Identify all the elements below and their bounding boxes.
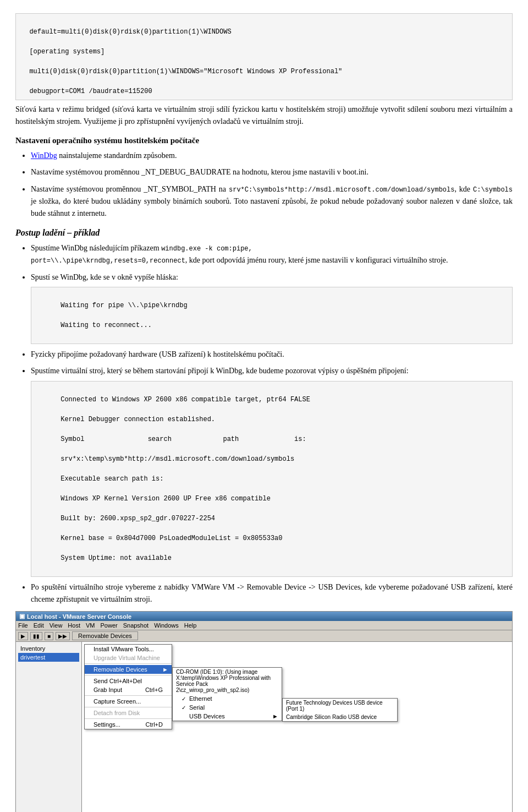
toolbar-btn-4[interactable]: ▶▶ — [56, 632, 70, 640]
vm-menu-install-tools[interactable]: Install VMware Tools... — [85, 645, 172, 653]
postup-bullet-1-pre: Spustíme WinDbg následujícím příkazem — [31, 244, 161, 252]
menu-edit[interactable]: Edit — [34, 622, 44, 629]
submenu-usb[interactable]: USB Devices ► — [173, 712, 282, 721]
toolbar-btn-2[interactable]: ▮▮ — [30, 632, 42, 640]
postup-bullet-2: Spustí se WinDbg, kde se v okně vypíše h… — [31, 271, 513, 344]
postup-bullet-2-text: Spustí se WinDbg, kde se v okně vypíše h… — [31, 273, 178, 281]
vm-menu-send-ctrl[interactable]: Send Ctrl+Alt+Del — [85, 677, 172, 685]
connected-line-7: Kernel base = 0x804d7000 PsLoadedModuleL… — [61, 535, 282, 542]
boot-ini-code-block: default=multi(0)disk(0)rdisk(0)partition… — [15, 13, 513, 100]
connected-line-0: Connected to Windows XP 2600 x86 compati… — [61, 396, 310, 404]
waiting-line-1: Waiting for pipe \\.\pipe\krndbg — [61, 302, 187, 309]
connected-code-block: Connected to Windows XP 2600 x86 compati… — [31, 381, 513, 577]
code-line-3: multi(0)disk(0)rdisk(0)partition(1)\WIND… — [29, 68, 342, 75]
host-bullet-3-pre: Nastavíme systémovou proměnnou _NT_SYMBO… — [31, 185, 229, 193]
vm-menu-upgrade: Upgrade Virtual Machine — [85, 653, 172, 662]
connected-line-1: Kernel Debugger connection established. — [61, 416, 215, 423]
host-bullet-1: WinDbg nainstalujeme standardním způsobe… — [31, 150, 513, 162]
waiting-code-block: Waiting for pipe \\.\pipe\krndbg Waiting… — [31, 287, 513, 344]
postup-bullet-3: Fyzicky připojíme požadovaný hardware (U… — [31, 348, 513, 361]
vmware-title-icon: ▣ — [19, 613, 25, 620]
bridged-description: Síťová karta v režimu bridged (síťová ka… — [15, 103, 513, 128]
toolbar-btn-3[interactable]: ■ — [45, 632, 53, 640]
vm-menu-settings[interactable]: Settings... Ctrl+D — [85, 720, 172, 729]
vmware-sidebar: Inventory drivertest — [16, 642, 82, 812]
submenu-ethernet[interactable]: ✓Ethernet — [173, 694, 282, 703]
nt-symbol-path-code: srv*C:\symbols*http://msdl.microsoft.com… — [229, 186, 454, 194]
vmware-title-text: Local host - VMware Server Console — [27, 613, 131, 620]
connected-line-8: System Uptime: not available — [61, 554, 172, 562]
vm-menu-capture[interactable]: Capture Screen... — [85, 697, 172, 706]
vm-menu-sep-1 — [85, 663, 172, 664]
vm-menu-grab[interactable]: Grab Input Ctrl+G — [85, 685, 172, 694]
usb-arrow: ► — [272, 713, 278, 720]
vm-menu-sep-4 — [85, 707, 172, 707]
host-bullet-3: Nastavíme systémovou proměnnou _NT_SYMBO… — [31, 183, 513, 220]
vmware-menu-overlay: Install VMware Tools... Upgrade Virtual … — [82, 642, 512, 812]
vmware-body: Inventory drivertest Install VMware Tool… — [16, 642, 512, 812]
connected-line-2: Symbol search path is: — [61, 435, 306, 443]
vm-menu-sep-2 — [85, 675, 172, 675]
postup-section-heading: Postup ladění – příklad — [15, 228, 513, 238]
connected-line-5: Windows XP Kernel Version 2600 UP Free x… — [61, 495, 271, 503]
removable-devices-btn[interactable]: Removable Devices — [72, 631, 138, 640]
vm-menu-sep-5 — [85, 718, 172, 719]
vmware-toolbar: ▶ ▮▮ ■ ▶▶ Removable Devices — [16, 630, 512, 642]
host-bullet-3-post: je složka, do které budou ukládány symbo… — [31, 197, 513, 217]
host-bullet-1-text: nainstalujeme standardním způsobem. — [59, 151, 177, 160]
removable-arrow: ► — [162, 666, 168, 673]
ethernet-check: ✓ — [182, 696, 189, 702]
connected-line-3: srv*x:\temp\symb*http://msdl.microsoft.c… — [61, 455, 294, 463]
sidebar-inventory[interactable]: Inventory — [18, 644, 79, 653]
windbg-cmd-code: windbg.exe -k com:pipe, — [161, 245, 252, 253]
postup-bullet-1-post: , kde port odpovídá jménu roury, které j… — [185, 256, 448, 264]
windbg-link[interactable]: WinDbg — [31, 151, 57, 160]
menu-view[interactable]: View — [50, 622, 63, 629]
vm-dropdown-menu: Install VMware Tools... Upgrade Virtual … — [84, 644, 172, 729]
submenu-cdrom[interactable]: CD-ROM (IDE 1:0): (Using image X:\temp\W… — [173, 668, 282, 694]
vmware-menubar: File Edit View Host VM Power Snapshot Wi… — [16, 621, 512, 630]
code-line-2: [operating systems] — [29, 48, 105, 56]
menu-help[interactable]: Help — [184, 622, 197, 629]
toolbar-btn-1[interactable]: ▶ — [18, 632, 28, 640]
waiting-line-2: Waiting to reconnect... — [61, 321, 152, 329]
connected-line-6: Built by: 2600.xpsp_sp2_gdr.070227-2254 — [61, 515, 215, 522]
menu-file[interactable]: File — [18, 622, 28, 629]
menu-power[interactable]: Power — [100, 622, 117, 629]
host-section-heading: Nastavení operačního systému hostitelské… — [15, 136, 513, 145]
menu-snapshot[interactable]: Snapshot — [123, 622, 148, 629]
usb-item-future[interactable]: Future Technology Devices USB device (Po… — [283, 699, 397, 713]
host-bullet-2: Nastavíme systémovou proměnnou _NT_DEBUG… — [31, 166, 513, 178]
host-setup-list: WinDbg nainstalujeme standardním způsobe… — [31, 150, 513, 220]
connected-line-4: Executable search path is: — [61, 475, 163, 483]
menu-host[interactable]: Host — [68, 622, 80, 629]
code-line-4: debugport=COM1 /baudrate=115200 — [29, 88, 152, 95]
postup-list: Spustíme WinDbg následujícím příkazem wi… — [31, 242, 513, 606]
vm-menu-sep-3 — [85, 695, 172, 696]
symbols-folder-code: C:\symbols — [473, 186, 513, 194]
sidebar-drivertest[interactable]: drivertest — [18, 653, 79, 662]
postup-bullet-1: Spustíme WinDbg následujícím příkazem wi… — [31, 242, 513, 267]
removable-label: Removable Devices — [94, 666, 147, 673]
vm-menu-detach: Detach from Disk — [85, 709, 172, 717]
serial-check: ✓ — [182, 705, 189, 711]
vmware-screenshot: ▣ Local host - VMware Server Console Fil… — [15, 611, 513, 812]
postup-bullet-5: Po spuštění virtuálního stroje vybereme … — [31, 581, 513, 606]
usb-submenu: Future Technology Devices USB device (Po… — [282, 698, 398, 722]
menu-windows[interactable]: Windows — [154, 622, 179, 629]
submenu-serial[interactable]: ✓Serial — [173, 703, 282, 712]
vm-menu-removable[interactable]: Removable Devices ► — [85, 665, 172, 674]
vmware-main: Install VMware Tools... Upgrade Virtual … — [82, 642, 512, 812]
removable-submenu: CD-ROM (IDE 1:0): (Using image X:\temp\W… — [172, 667, 282, 721]
postup-bullet-4-text: Spustíme virtuální stroj, který se během… — [31, 367, 409, 375]
code-line-1: default=multi(0)disk(0)rdisk(0)partition… — [29, 28, 231, 36]
host-bullet-3-mid: , kde — [454, 185, 473, 193]
vmware-titlebar: ▣ Local host - VMware Server Console — [16, 612, 512, 621]
menu-vm[interactable]: VM — [86, 622, 95, 629]
usb-item-cambridge[interactable]: Cambridge Silicon Radio USB device — [283, 713, 397, 721]
pipe-code: port=\\.\pipe\krndbg,resets=0,reconnect — [31, 257, 185, 265]
postup-bullet-4: Spustíme virtuální stroj, který se během… — [31, 365, 513, 576]
